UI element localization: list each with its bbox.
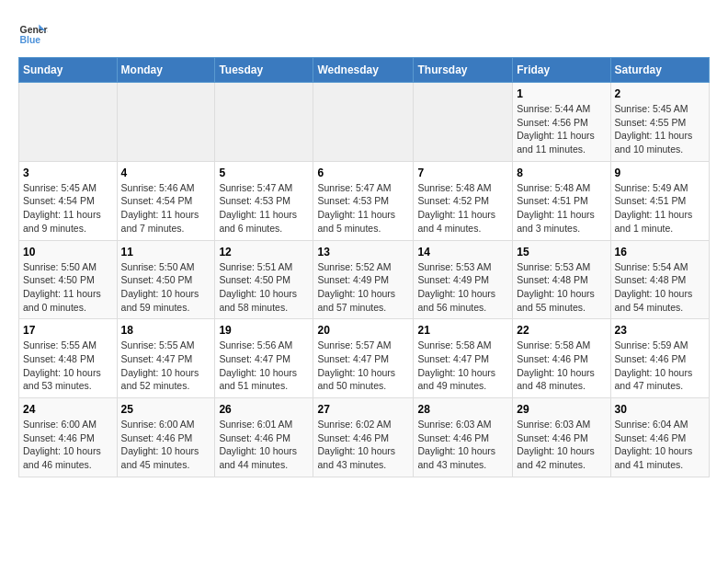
calendar-cell bbox=[215, 83, 313, 162]
day-info: Sunrise: 6:00 AM Sunset: 4:46 PM Dayligh… bbox=[23, 419, 101, 470]
calendar-cell: 15Sunrise: 5:53 AM Sunset: 4:48 PM Dayli… bbox=[513, 240, 610, 319]
calendar-cell: 23Sunrise: 5:59 AM Sunset: 4:46 PM Dayli… bbox=[610, 319, 709, 398]
weekday-header: Wednesday bbox=[313, 58, 414, 83]
day-info: Sunrise: 5:51 AM Sunset: 4:50 PM Dayligh… bbox=[219, 261, 297, 313]
day-info: Sunrise: 5:50 AM Sunset: 4:50 PM Dayligh… bbox=[23, 261, 101, 313]
calendar-cell bbox=[117, 83, 215, 162]
calendar-cell: 18Sunrise: 5:55 AM Sunset: 4:47 PM Dayli… bbox=[117, 319, 215, 398]
day-number: 19 bbox=[219, 324, 309, 337]
calendar-cell: 25Sunrise: 6:00 AM Sunset: 4:46 PM Dayli… bbox=[117, 398, 215, 477]
calendar-cell: 6Sunrise: 5:47 AM Sunset: 4:53 PM Daylig… bbox=[313, 161, 414, 240]
day-number: 8 bbox=[517, 167, 606, 179]
day-info: Sunrise: 6:00 AM Sunset: 4:46 PM Dayligh… bbox=[121, 419, 199, 470]
day-number: 21 bbox=[417, 324, 508, 337]
logo-icon: General Blue bbox=[18, 18, 48, 48]
day-info: Sunrise: 5:59 AM Sunset: 4:46 PM Dayligh… bbox=[615, 339, 693, 391]
day-info: Sunrise: 5:54 AM Sunset: 4:48 PM Dayligh… bbox=[615, 261, 693, 313]
weekday-header: Friday bbox=[513, 58, 610, 83]
day-number: 26 bbox=[219, 403, 309, 416]
calendar-cell: 30Sunrise: 6:04 AM Sunset: 4:46 PM Dayli… bbox=[610, 398, 709, 477]
calendar-cell: 19Sunrise: 5:56 AM Sunset: 4:47 PM Dayli… bbox=[215, 319, 313, 398]
svg-text:Blue: Blue bbox=[20, 35, 41, 45]
calendar-cell: 26Sunrise: 6:01 AM Sunset: 4:46 PM Dayli… bbox=[215, 398, 313, 477]
calendar-week-row: 24Sunrise: 6:00 AM Sunset: 4:46 PM Dayli… bbox=[19, 398, 710, 477]
day-number: 9 bbox=[615, 167, 705, 179]
day-info: Sunrise: 5:52 AM Sunset: 4:49 PM Dayligh… bbox=[317, 261, 395, 313]
day-number: 3 bbox=[23, 167, 113, 179]
calendar-cell: 12Sunrise: 5:51 AM Sunset: 4:50 PM Dayli… bbox=[215, 240, 313, 319]
day-info: Sunrise: 5:47 AM Sunset: 4:53 PM Dayligh… bbox=[317, 182, 395, 234]
day-info: Sunrise: 5:48 AM Sunset: 4:52 PM Dayligh… bbox=[417, 182, 495, 234]
day-info: Sunrise: 6:03 AM Sunset: 4:46 PM Dayligh… bbox=[517, 419, 595, 470]
weekday-header: Thursday bbox=[414, 58, 513, 83]
day-info: Sunrise: 5:50 AM Sunset: 4:50 PM Dayligh… bbox=[121, 261, 199, 313]
calendar-cell: 24Sunrise: 6:00 AM Sunset: 4:46 PM Dayli… bbox=[19, 398, 118, 477]
day-number: 11 bbox=[121, 246, 211, 259]
day-info: Sunrise: 5:55 AM Sunset: 4:48 PM Dayligh… bbox=[23, 339, 101, 391]
day-number: 10 bbox=[23, 246, 113, 259]
day-info: Sunrise: 5:56 AM Sunset: 4:47 PM Dayligh… bbox=[219, 339, 297, 391]
calendar-cell: 11Sunrise: 5:50 AM Sunset: 4:50 PM Dayli… bbox=[117, 240, 215, 319]
calendar-table: SundayMondayTuesdayWednesdayThursdayFrid… bbox=[18, 57, 710, 477]
calendar-cell: 3Sunrise: 5:45 AM Sunset: 4:54 PM Daylig… bbox=[19, 161, 118, 240]
calendar-cell: 7Sunrise: 5:48 AM Sunset: 4:52 PM Daylig… bbox=[414, 161, 513, 240]
calendar-cell: 9Sunrise: 5:49 AM Sunset: 4:51 PM Daylig… bbox=[610, 161, 709, 240]
weekday-header: Monday bbox=[117, 58, 215, 83]
calendar-cell: 17Sunrise: 5:55 AM Sunset: 4:48 PM Dayli… bbox=[19, 319, 118, 398]
day-info: Sunrise: 5:53 AM Sunset: 4:49 PM Dayligh… bbox=[417, 261, 495, 313]
weekday-header: Saturday bbox=[610, 58, 709, 83]
day-info: Sunrise: 5:58 AM Sunset: 4:47 PM Dayligh… bbox=[417, 339, 495, 391]
day-info: Sunrise: 5:47 AM Sunset: 4:53 PM Dayligh… bbox=[219, 182, 297, 234]
calendar-week-row: 10Sunrise: 5:50 AM Sunset: 4:50 PM Dayli… bbox=[19, 240, 710, 319]
calendar-cell: 5Sunrise: 5:47 AM Sunset: 4:53 PM Daylig… bbox=[215, 161, 313, 240]
day-info: Sunrise: 5:44 AM Sunset: 4:56 PM Dayligh… bbox=[517, 103, 595, 155]
day-info: Sunrise: 6:02 AM Sunset: 4:46 PM Dayligh… bbox=[317, 419, 395, 470]
day-info: Sunrise: 6:03 AM Sunset: 4:46 PM Dayligh… bbox=[417, 419, 495, 470]
day-info: Sunrise: 5:46 AM Sunset: 4:54 PM Dayligh… bbox=[121, 182, 199, 234]
day-number: 12 bbox=[219, 246, 309, 259]
day-number: 30 bbox=[615, 403, 705, 416]
day-number: 27 bbox=[317, 403, 409, 416]
day-number: 22 bbox=[517, 324, 606, 337]
day-info: Sunrise: 5:48 AM Sunset: 4:51 PM Dayligh… bbox=[517, 182, 595, 234]
day-info: Sunrise: 5:45 AM Sunset: 4:54 PM Dayligh… bbox=[23, 182, 101, 234]
day-number: 14 bbox=[417, 246, 508, 259]
day-info: Sunrise: 6:04 AM Sunset: 4:46 PM Dayligh… bbox=[615, 419, 693, 470]
day-number: 16 bbox=[615, 246, 705, 259]
day-info: Sunrise: 5:55 AM Sunset: 4:47 PM Dayligh… bbox=[121, 339, 199, 391]
day-number: 18 bbox=[121, 324, 211, 337]
day-number: 23 bbox=[615, 324, 705, 337]
calendar-cell: 28Sunrise: 6:03 AM Sunset: 4:46 PM Dayli… bbox=[414, 398, 513, 477]
day-number: 20 bbox=[317, 324, 409, 337]
day-number: 5 bbox=[219, 167, 309, 179]
calendar-cell bbox=[19, 83, 118, 162]
day-number: 1 bbox=[517, 87, 606, 100]
day-number: 13 bbox=[317, 246, 409, 259]
calendar-cell: 20Sunrise: 5:57 AM Sunset: 4:47 PM Dayli… bbox=[313, 319, 414, 398]
calendar-week-row: 17Sunrise: 5:55 AM Sunset: 4:48 PM Dayli… bbox=[19, 319, 710, 398]
day-number: 4 bbox=[121, 167, 211, 179]
day-info: Sunrise: 5:58 AM Sunset: 4:46 PM Dayligh… bbox=[517, 339, 595, 391]
calendar-cell: 29Sunrise: 6:03 AM Sunset: 4:46 PM Dayli… bbox=[513, 398, 610, 477]
calendar-cell: 8Sunrise: 5:48 AM Sunset: 4:51 PM Daylig… bbox=[513, 161, 610, 240]
day-info: Sunrise: 6:01 AM Sunset: 4:46 PM Dayligh… bbox=[219, 419, 297, 470]
header-row: SundayMondayTuesdayWednesdayThursdayFrid… bbox=[19, 58, 710, 83]
calendar-cell: 10Sunrise: 5:50 AM Sunset: 4:50 PM Dayli… bbox=[19, 240, 118, 319]
calendar-cell: 16Sunrise: 5:54 AM Sunset: 4:48 PM Dayli… bbox=[610, 240, 709, 319]
calendar-cell: 27Sunrise: 6:02 AM Sunset: 4:46 PM Dayli… bbox=[313, 398, 414, 477]
calendar-cell: 4Sunrise: 5:46 AM Sunset: 4:54 PM Daylig… bbox=[117, 161, 215, 240]
day-info: Sunrise: 5:49 AM Sunset: 4:51 PM Dayligh… bbox=[615, 182, 693, 234]
page-header: General Blue bbox=[18, 18, 710, 48]
day-number: 6 bbox=[317, 167, 409, 179]
day-number: 7 bbox=[417, 167, 508, 179]
calendar-cell: 22Sunrise: 5:58 AM Sunset: 4:46 PM Dayli… bbox=[513, 319, 610, 398]
calendar-cell bbox=[414, 83, 513, 162]
calendar-cell bbox=[313, 83, 414, 162]
calendar-cell: 14Sunrise: 5:53 AM Sunset: 4:49 PM Dayli… bbox=[414, 240, 513, 319]
day-number: 15 bbox=[517, 246, 606, 259]
day-info: Sunrise: 5:53 AM Sunset: 4:48 PM Dayligh… bbox=[517, 261, 595, 313]
day-number: 17 bbox=[23, 324, 113, 337]
calendar-header: SundayMondayTuesdayWednesdayThursdayFrid… bbox=[19, 58, 710, 83]
day-number: 25 bbox=[121, 403, 211, 416]
calendar-cell: 1Sunrise: 5:44 AM Sunset: 4:56 PM Daylig… bbox=[513, 83, 610, 162]
